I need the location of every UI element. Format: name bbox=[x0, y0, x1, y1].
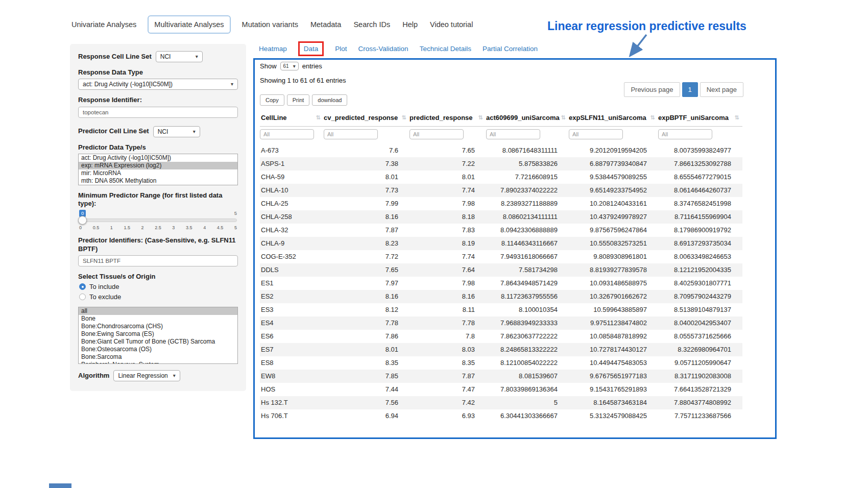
sort-icon[interactable]: ⇅ bbox=[650, 114, 655, 121]
previous-page-button[interactable]: Previous page bbox=[624, 82, 680, 97]
cellline-cell: ES4 bbox=[260, 316, 324, 330]
listbox-option[interactable]: Bone:Chondrosarcoma (CHS) bbox=[79, 323, 237, 330]
listbox-option[interactable]: Bone:Sarcoma bbox=[79, 353, 237, 361]
results-tab[interactable]: Plot bbox=[335, 45, 347, 53]
toolbar-button[interactable]: Print bbox=[287, 94, 310, 106]
nav-tab[interactable]: Search IDs bbox=[352, 16, 391, 33]
min-predictor-range-slider[interactable]: 0 5 00.511.522.533.544.55 bbox=[79, 210, 237, 230]
listbox-option[interactable]: Bone:Ewing Sarcoma (ES) bbox=[79, 330, 237, 338]
value-cell: 7.99 bbox=[324, 197, 409, 210]
column-filter-expSLFN11_uniSarcoma[interactable] bbox=[569, 129, 623, 139]
value-cell: 7.97 bbox=[324, 277, 409, 290]
listbox-option[interactable]: Bone bbox=[79, 315, 237, 323]
table-row[interactable]: CHLA-2588.168.188.0860213411111110.43792… bbox=[260, 210, 742, 224]
listbox-option[interactable]: mth: DNA 850K Methylation bbox=[79, 177, 237, 185]
table-row[interactable]: Hs 132.T7.567.4258.16458734631847.880437… bbox=[260, 396, 742, 409]
column-filter-predicted_response[interactable] bbox=[409, 129, 464, 139]
results-tabs: Heatmap Data Plot Cross-Validation Techn… bbox=[259, 45, 538, 53]
column-filter-expBPTF_uniSarcoma[interactable] bbox=[658, 129, 712, 139]
table-row[interactable]: ES88.358.358.1210085402222210.4494475483… bbox=[260, 356, 742, 370]
results-tab[interactable]: Heatmap bbox=[259, 45, 287, 53]
results-tab[interactable]: Data bbox=[298, 41, 324, 56]
cellline-cell: ASPS-1 bbox=[260, 157, 324, 170]
column-filter-cv_predicted_response[interactable] bbox=[324, 129, 378, 139]
table-row[interactable]: HOS7.447.477.803398691363649.15431765291… bbox=[260, 383, 742, 396]
column-header-predicted_response[interactable]: ⇅predicted_response bbox=[409, 109, 486, 127]
column-header-expSLFN11_uniSarcoma[interactable]: ⇅expSLFN11_uniSarcoma bbox=[569, 109, 658, 127]
column-filter-act609699_uniSarcoma[interactable] bbox=[486, 129, 540, 139]
listbox-option[interactable]: act: Drug Activity (-log10[IC50M]) bbox=[79, 154, 237, 162]
tissue-radio-option[interactable]: To include bbox=[79, 283, 238, 290]
listbox-option[interactable]: exp: mRNA Expression (log2) bbox=[79, 162, 237, 169]
slider-tick-label: 5 bbox=[234, 225, 237, 230]
table-row[interactable]: CHLA-257.997.988.2389327118888910.208124… bbox=[260, 197, 742, 210]
nav-tab[interactable]: Univariate Analyses bbox=[70, 16, 137, 33]
nav-tab[interactable]: Help bbox=[401, 16, 419, 33]
slider-track[interactable] bbox=[79, 218, 237, 222]
column-header-expBPTF_uniSarcoma[interactable]: ⇅expBPTF_uniSarcoma bbox=[658, 109, 742, 127]
predictor-data-types-listbox: act: Drug Activity (-log10[IC50M]) exp: … bbox=[78, 154, 238, 185]
sort-icon[interactable]: ⇅ bbox=[402, 114, 406, 121]
response-data-type-select[interactable]: act: Drug Activity (-log10[IC50M]) ▾ bbox=[78, 79, 238, 90]
column-header-act609699_uniSarcoma[interactable]: ⇅act609699_uniSarcoma bbox=[486, 109, 569, 127]
table-row[interactable]: ASPS-17.387.225.8758338266.8879773934084… bbox=[260, 157, 742, 170]
toolbar-button[interactable]: Copy bbox=[260, 94, 284, 106]
response-identifier-input[interactable] bbox=[78, 107, 238, 118]
sort-icon[interactable]: ⇅ bbox=[478, 114, 483, 121]
column-header-cv_predicted_response[interactable]: ⇅cv_predicted_response bbox=[324, 109, 409, 127]
listbox-option[interactable]: Peripheral_Nervous_System bbox=[79, 361, 237, 364]
radio-icon[interactable] bbox=[79, 283, 86, 290]
predictor-identifiers-input[interactable] bbox=[78, 255, 238, 266]
sort-icon[interactable]: ⇅ bbox=[316, 114, 321, 121]
radio-icon[interactable] bbox=[79, 294, 86, 300]
value-cell: 8.01 bbox=[324, 170, 409, 184]
listbox-option[interactable]: Bone:Osteosarcoma (OS) bbox=[79, 346, 237, 353]
table-row[interactable]: ES67.867.87.8623063772222210.08584878189… bbox=[260, 330, 742, 343]
table-row[interactable]: COG-E-3527.727.747.949316180666679.80893… bbox=[260, 250, 742, 263]
tissue-radio-option[interactable]: To exclude bbox=[79, 293, 238, 301]
listbox-option[interactable]: all bbox=[79, 307, 237, 315]
entries-per-page-select[interactable]: 61 ▾ bbox=[280, 62, 299, 70]
table-row[interactable]: CHLA-107.737.747.890233740222229.6514923… bbox=[260, 184, 742, 197]
table-row[interactable]: Hs 706.T6.946.936.304413033666675.313245… bbox=[260, 409, 742, 423]
results-tab[interactable]: Technical Details bbox=[420, 45, 471, 53]
value-cell: 7.86 bbox=[324, 330, 409, 343]
slider-tick-label: 2.5 bbox=[155, 225, 161, 230]
table-row[interactable]: EW87.857.878.0815396079.676756519771838.… bbox=[260, 370, 742, 383]
sort-icon[interactable]: ⇅ bbox=[561, 114, 566, 121]
table-row[interactable]: ES28.168.168.1172363795555610.3267901662… bbox=[260, 290, 742, 303]
table-row[interactable]: CHA-598.018.017.72166089159.538445790892… bbox=[260, 170, 742, 184]
value-cell: 6.88797739340847 bbox=[569, 157, 658, 170]
nav-tab[interactable]: Multivariate Analyses bbox=[148, 15, 230, 34]
sort-icon[interactable]: ⇅ bbox=[735, 114, 739, 121]
results-tab[interactable]: Partial Correlation bbox=[483, 45, 538, 53]
listbox-option[interactable]: mir: MicroRNA bbox=[79, 169, 237, 177]
table-row[interactable]: DDLS7.657.647.5817342988.819392778395788… bbox=[260, 263, 742, 277]
nav-tab[interactable]: Mutation variants bbox=[241, 16, 299, 33]
tissue-listbox: all Bone Bone:Chondrosarcoma (CHS) Bone:… bbox=[78, 307, 238, 364]
current-page-button[interactable]: 1 bbox=[682, 82, 698, 97]
nav-tab[interactable]: Metadata bbox=[309, 16, 342, 33]
value-cell: 8.40259301807771 bbox=[658, 277, 742, 290]
value-cell: 5 bbox=[486, 396, 569, 409]
response-cell-line-set-select[interactable]: NCI ▾ bbox=[156, 51, 203, 62]
table-row[interactable]: ES17.977.987.8643494857142910.0931486588… bbox=[260, 277, 742, 290]
table-row[interactable]: CHLA-327.877.838.094233068888899.8756759… bbox=[260, 224, 742, 237]
response-identifier-group: Response Identifier: bbox=[78, 96, 238, 117]
table-row[interactable]: CHLA-98.238.198.1144634311666710.5550832… bbox=[260, 237, 742, 250]
toolbar-button[interactable]: download bbox=[312, 94, 347, 106]
results-tab[interactable]: Cross-Validation bbox=[358, 45, 408, 53]
slider-handle[interactable] bbox=[78, 216, 87, 225]
table-row[interactable]: ES47.787.787.968839492333339.97511238474… bbox=[260, 316, 742, 330]
column-filter-CellLine[interactable] bbox=[260, 129, 314, 139]
nav-tab[interactable]: Video tutorial bbox=[429, 16, 474, 33]
listbox-option[interactable]: Bone:Giant Cell Tumor of Bone (GCTB) Sar… bbox=[79, 338, 237, 346]
column-header-CellLine[interactable]: ⇅CellLine bbox=[260, 109, 324, 127]
table-row[interactable]: ES78.018.038.2486581332222210.7278174430… bbox=[260, 343, 742, 356]
table-row[interactable]: A-6737.67.658.086716483111119.2012091959… bbox=[260, 144, 742, 157]
cellline-cell: ES7 bbox=[260, 343, 324, 356]
table-row[interactable]: ES38.128.118.10001035410.5996438858978.5… bbox=[260, 303, 742, 316]
predictor-cell-line-set-select[interactable]: NCI ▾ bbox=[153, 126, 200, 137]
next-page-button[interactable]: Next page bbox=[700, 82, 743, 97]
algorithm-select[interactable]: Linear Regression ▾ bbox=[113, 370, 180, 381]
